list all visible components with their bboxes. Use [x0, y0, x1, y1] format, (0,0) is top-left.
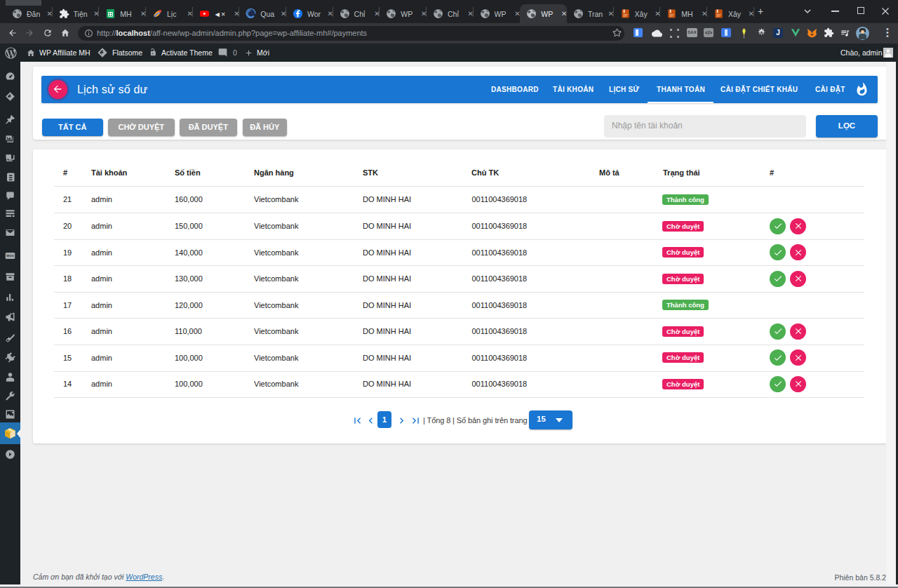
svg-text:WOO: WOO	[6, 254, 14, 258]
